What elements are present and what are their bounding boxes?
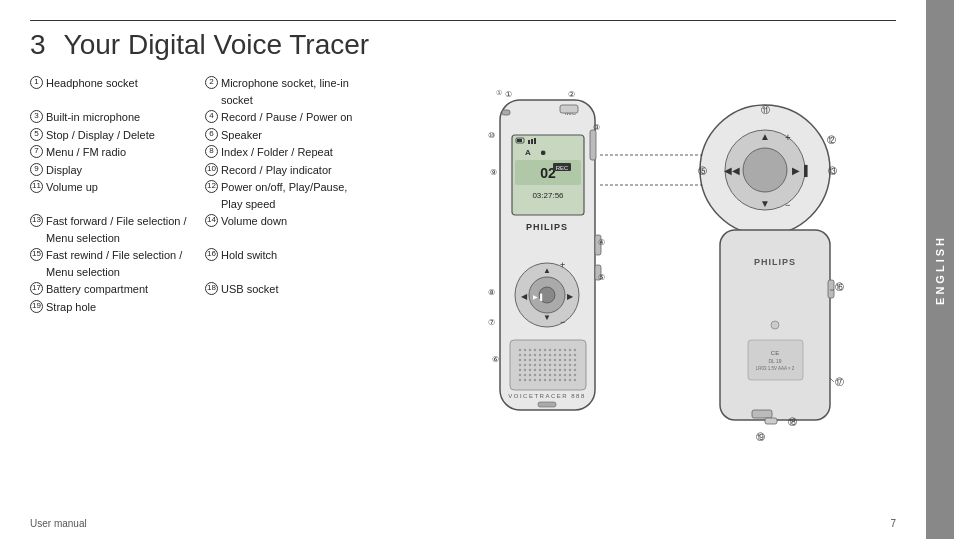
item-number: 9 — [30, 163, 43, 176]
svg-point-90 — [564, 369, 566, 371]
list-item: 12Power on/off, Play/Pause, Play speed — [205, 179, 370, 212]
svg-point-100 — [554, 374, 556, 376]
item-text: Headphone socket — [46, 75, 138, 92]
item-text: Stop / Display / Delete — [46, 127, 155, 144]
list-item: 2Microphone socket, line-in socket — [205, 75, 370, 108]
svg-point-71 — [529, 364, 531, 366]
svg-point-48 — [534, 354, 536, 356]
svg-point-105 — [519, 379, 521, 381]
svg-point-92 — [574, 369, 576, 371]
item-number: 8 — [205, 145, 218, 158]
item-text: Menu / FM radio — [46, 144, 126, 161]
svg-point-70 — [524, 364, 526, 366]
svg-point-58 — [524, 359, 526, 361]
item-text: Hold switch — [221, 247, 277, 264]
svg-point-62 — [544, 359, 546, 361]
svg-point-80 — [574, 364, 576, 366]
page-title: 3Your Digital Voice Tracer — [30, 29, 896, 61]
item-text: Volume down — [221, 213, 287, 230]
svg-text:④: ④ — [598, 238, 605, 247]
top-rule — [30, 20, 896, 21]
list-item: 16Hold switch — [205, 247, 370, 280]
svg-point-102 — [564, 374, 566, 376]
svg-point-64 — [554, 359, 556, 361]
svg-point-89 — [559, 369, 561, 371]
item-number: 7 — [30, 145, 43, 158]
svg-point-115 — [569, 379, 571, 381]
item-text: Index / Folder / Repeat — [221, 144, 333, 161]
svg-point-36 — [534, 349, 536, 351]
svg-point-40 — [554, 349, 556, 351]
svg-point-81 — [519, 369, 521, 371]
list-item: 8Index / Folder / Repeat — [205, 144, 370, 161]
svg-point-52 — [554, 354, 556, 356]
svg-point-77 — [559, 364, 561, 366]
item-text: Fast rewind / File selection / Menu sele… — [46, 247, 195, 280]
svg-point-88 — [554, 369, 556, 371]
svg-point-38 — [544, 349, 546, 351]
list-item: 19Strap hole — [30, 299, 195, 316]
items-list: 1Headphone socket2Microphone socket, lin… — [30, 75, 370, 475]
svg-point-87 — [549, 369, 551, 371]
list-item: 5Stop / Display / Delete — [30, 127, 195, 144]
svg-point-44 — [574, 349, 576, 351]
svg-point-39 — [549, 349, 551, 351]
svg-point-47 — [529, 354, 531, 356]
svg-point-98 — [544, 374, 546, 376]
svg-point-78 — [564, 364, 566, 366]
svg-text:PHILIPS: PHILIPS — [526, 222, 568, 232]
svg-point-55 — [569, 354, 571, 356]
page-footer: User manual 7 — [30, 518, 896, 529]
item-text: Record / Pause / Power on — [221, 109, 352, 126]
svg-point-42 — [564, 349, 566, 351]
item-number: 13 — [30, 214, 43, 227]
item-number: 10 — [205, 163, 218, 176]
svg-point-91 — [569, 369, 571, 371]
svg-text:▶▐: ▶▐ — [533, 293, 543, 301]
svg-point-93 — [519, 374, 521, 376]
svg-point-74 — [544, 364, 546, 366]
language-label: ENGLISH — [934, 235, 946, 305]
svg-point-66 — [564, 359, 566, 361]
svg-point-108 — [534, 379, 536, 381]
svg-text:⑦: ⑦ — [488, 318, 495, 327]
svg-point-76 — [554, 364, 556, 366]
svg-rect-2 — [502, 110, 510, 115]
svg-text:⑲: ⑲ — [756, 432, 765, 442]
item-text: Record / Play indicator — [221, 162, 332, 179]
svg-text:VOICETRACER  888: VOICETRACER 888 — [508, 393, 586, 399]
item-text: Power on/off, Play/Pause, Play speed — [221, 179, 370, 212]
svg-text:②: ② — [568, 90, 575, 99]
item-number: 11 — [30, 180, 43, 193]
list-item: 10Record / Play indicator — [205, 162, 370, 179]
svg-point-103 — [569, 374, 571, 376]
list-item: 7Menu / FM radio — [30, 144, 195, 161]
svg-point-46 — [524, 354, 526, 356]
item-number: 14 — [205, 214, 218, 227]
svg-rect-118 — [538, 402, 556, 407]
svg-point-35 — [529, 349, 531, 351]
svg-text:①: ① — [496, 89, 502, 96]
list-item: 6Speaker — [205, 127, 370, 144]
svg-point-72 — [534, 364, 536, 366]
svg-point-96 — [534, 374, 536, 376]
content-row: 1Headphone socket2Microphone socket, lin… — [30, 75, 896, 475]
svg-text:⑤: ⑤ — [598, 273, 605, 282]
svg-text:PHILIPS: PHILIPS — [754, 257, 796, 267]
svg-point-69 — [519, 364, 521, 366]
svg-point-84 — [534, 369, 536, 371]
svg-point-95 — [529, 374, 531, 376]
svg-point-111 — [549, 379, 551, 381]
svg-text:−: − — [785, 200, 790, 210]
svg-text:⑮: ⑮ — [698, 166, 707, 176]
list-item: 18USB socket — [205, 281, 370, 298]
svg-point-61 — [539, 359, 541, 361]
svg-point-45 — [519, 354, 521, 356]
footer-right: 7 — [890, 518, 896, 529]
svg-point-106 — [524, 379, 526, 381]
svg-text:▼: ▼ — [760, 198, 770, 209]
svg-text:LR03 1.5V AAA × 2: LR03 1.5V AAA × 2 — [756, 366, 795, 371]
item-number: 16 — [205, 248, 218, 261]
svg-point-109 — [539, 379, 541, 381]
svg-rect-15 — [517, 139, 522, 142]
